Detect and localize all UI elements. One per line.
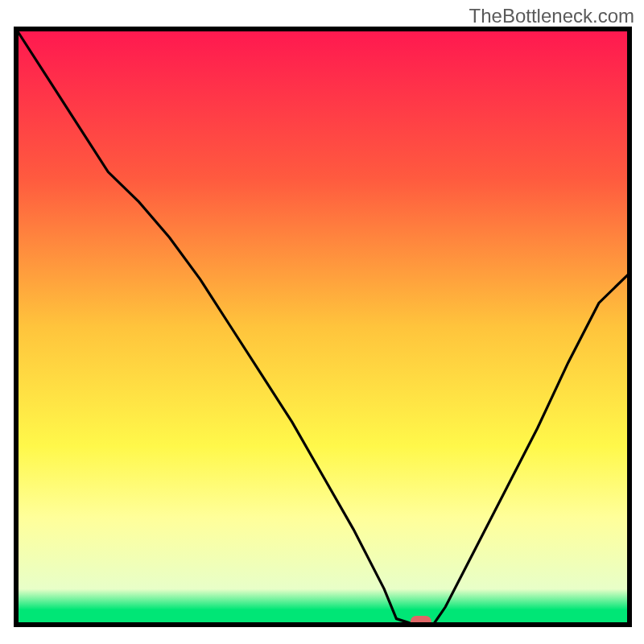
gradient-background <box>16 29 630 625</box>
watermark-text: TheBottleneck.com <box>469 5 634 27</box>
bottleneck-chart <box>0 0 644 644</box>
plot-area <box>16 29 630 627</box>
chart-svg <box>0 0 644 644</box>
